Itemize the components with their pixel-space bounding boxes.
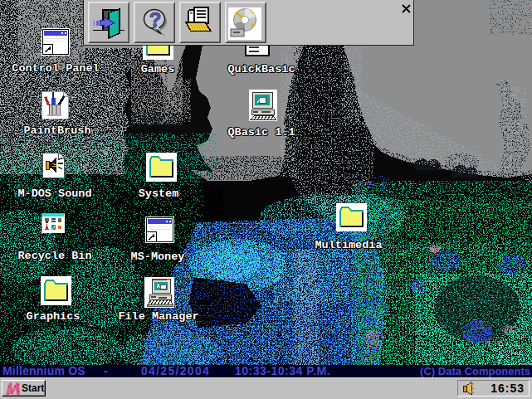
svg-text:?: ? bbox=[149, 8, 162, 31]
